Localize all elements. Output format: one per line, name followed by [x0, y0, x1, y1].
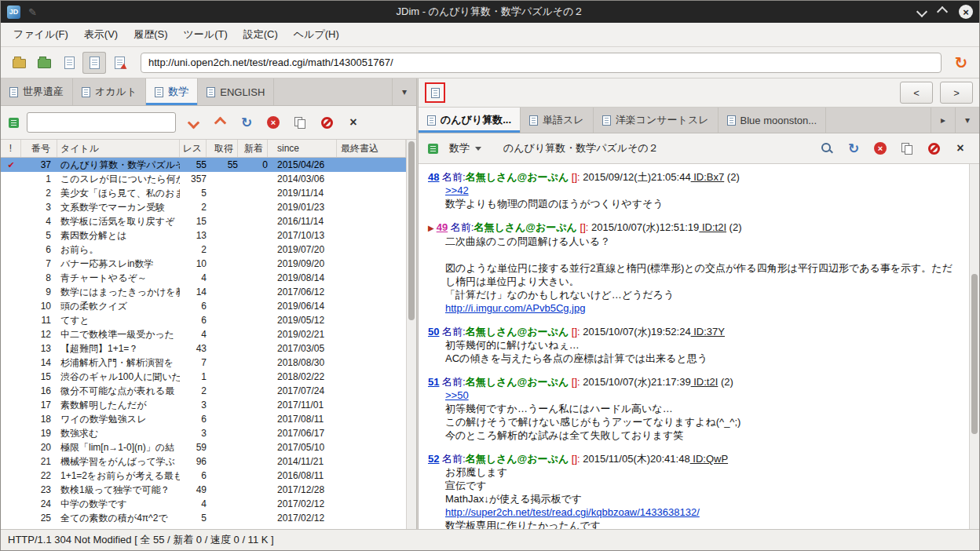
board-tab-world-heritage[interactable]: 世界遺産 — [1, 78, 73, 105]
tab-forward-button[interactable]: > — [940, 82, 973, 104]
menu-help[interactable]: ヘルプ(H) — [286, 23, 347, 46]
close-window-button[interactable] — [959, 5, 973, 19]
menu-history[interactable]: 履歴(S) — [126, 23, 175, 46]
post-name-link[interactable]: 名無しさん@おーぷん — [466, 326, 569, 338]
post-id-link[interactable]: ID:t2I — [699, 221, 726, 233]
post-number-link[interactable]: 51 — [428, 376, 439, 388]
post-id-link[interactable]: ID:QwP — [690, 453, 728, 465]
thread-row[interactable]: 17素数解明したんだが32017/11/01 — [1, 398, 406, 412]
thread-row[interactable]: 24中学の数学です42017/02/12 — [1, 497, 406, 511]
scrollbar-thumb[interactable] — [971, 274, 978, 435]
post-name-link[interactable]: 名無しさん@おーぷん — [474, 221, 577, 233]
thread-list-button[interactable] — [57, 52, 81, 74]
thread-row[interactable]: 1このスレが目についたら何か3572014/03/06 — [1, 172, 406, 186]
thread-tab-dropdown-button[interactable] — [955, 108, 979, 133]
post-id-link[interactable]: ID:t2I — [691, 376, 719, 388]
board-list-button[interactable] — [7, 52, 31, 74]
post-name-link[interactable]: 名無しさん@おーぷん — [466, 171, 569, 183]
thread-row[interactable]: 14杉浦解析入門・解析演習を72018/08/30 — [1, 356, 406, 370]
thread-row[interactable]: 2美少女「ほら見て、私のおま52019/11/14 — [1, 186, 406, 200]
menu-settings[interactable]: 設定(C) — [236, 23, 286, 46]
column-header-mark[interactable]: ! — [1, 140, 21, 157]
column-header-title[interactable]: タイトル — [57, 140, 180, 157]
anchor-link[interactable]: >>42 — [445, 184, 469, 196]
post-number-link[interactable]: 49 — [437, 221, 448, 233]
column-header-got[interactable]: 取得 — [207, 140, 238, 157]
minimize-button[interactable] — [918, 5, 926, 19]
board-tab-dropdown-button[interactable] — [392, 78, 416, 105]
thread-tab-nonbiri-sansu[interactable]: のんびり算数... — [419, 108, 521, 133]
board-search-input[interactable] — [27, 112, 176, 133]
thread-row[interactable]: 12中二で数検準一級受かった42019/02/21 — [1, 327, 406, 341]
anchor-link[interactable]: >>50 — [445, 389, 469, 401]
reload-button[interactable] — [949, 52, 973, 74]
thread-row[interactable]: 9数学にはまったきっかけを教142017/06/12 — [1, 285, 406, 299]
thread-row[interactable]: 19数強求む32017/06/17 — [1, 426, 406, 440]
post-id-link[interactable]: ID:Bx7 — [691, 171, 725, 183]
anchor-link[interactable]: http://i.imgur.com/APvb5Cg.jpg — [445, 302, 585, 314]
close-tab-button-right[interactable] — [951, 139, 970, 158]
thread-row[interactable]: 37のんびり算数・数学パズルその２555502015/04/26 — [1, 158, 406, 172]
image-view-button[interactable] — [108, 52, 131, 74]
thread-list-scrollbar[interactable] — [406, 140, 416, 529]
thread-row[interactable]: 16微分不可能な点が表れる最22017/07/24 — [1, 384, 406, 398]
close-tab-button-left[interactable] — [344, 113, 363, 132]
thread-row[interactable]: 6お前ら。22019/07/20 — [1, 243, 406, 257]
thread-row[interactable]: 25全ての素数の積が4π^2で52017/02/12 — [1, 511, 406, 525]
thread-tab-yogaku-concert[interactable]: 洋楽コンサートスレ — [594, 108, 719, 133]
thread-row[interactable]: 5素因数分解とは132017/10/13 — [1, 228, 406, 243]
thread-row[interactable]: 23数検1級って独学で可能？492017/12/28 — [1, 483, 406, 497]
column-header-num[interactable]: 番号 — [21, 140, 57, 157]
menu-view[interactable]: 表示(V) — [76, 23, 126, 46]
post-name-link[interactable]: 名無しさん@おーぷん — [466, 453, 569, 465]
board-tab-occult[interactable]: オカルト — [73, 78, 146, 105]
board-tab-math[interactable]: 数学 — [146, 78, 198, 105]
menu-file[interactable]: ファイル(F) — [5, 23, 76, 46]
search-up-button[interactable] — [210, 113, 229, 132]
copy-button-left[interactable] — [291, 113, 309, 132]
stop-button-left[interactable] — [264, 113, 283, 132]
search-down-button[interactable] — [184, 113, 203, 132]
thread-row[interactable]: 8青チャートやるぞ～42019/08/14 — [1, 271, 406, 285]
thread-tab-scroll-button[interactable] — [931, 108, 955, 133]
column-header-res[interactable]: レス — [180, 140, 207, 157]
thread-row[interactable]: 7バナー応募スレin数学102019/09/20 — [1, 257, 406, 271]
column-header-last[interactable]: 最終書込 — [337, 140, 406, 157]
post-name-link[interactable]: 名無しさん@おーぷん — [466, 376, 569, 388]
thread-view-button[interactable] — [82, 52, 106, 74]
refresh-button-left[interactable] — [237, 113, 256, 132]
copy-button-right[interactable] — [898, 139, 916, 158]
maximize-button[interactable] — [938, 5, 946, 19]
scrollbar-thumb[interactable] — [408, 141, 415, 320]
abone-button-left[interactable] — [317, 113, 336, 132]
thread-row[interactable]: 18ワイの数学勉強スレ62017/08/11 — [1, 412, 406, 426]
thread-row[interactable]: 3文系数学でマーカン受験22019/01/23 — [1, 200, 406, 214]
url-input[interactable] — [141, 53, 942, 73]
refresh-button-right[interactable] — [844, 139, 863, 158]
thread-row[interactable]: 20極限「lim[n→1-0](n)」の結592017/05/10 — [1, 440, 406, 454]
thread-view-scrollbar[interactable] — [969, 164, 979, 529]
thread-row[interactable]: 10頭の柔軟クイズ62019/06/14 — [1, 299, 406, 313]
thread-row[interactable]: 21機械学習をがんばって学ぶ962014/11/21 — [1, 454, 406, 469]
column-header-new[interactable]: 新着 — [238, 140, 268, 157]
thread-row[interactable]: 13【超難問】1+1=？432017/03/05 — [1, 341, 406, 356]
favorites-button[interactable] — [32, 52, 56, 74]
post-number-link[interactable]: 52 — [428, 453, 439, 465]
stop-button-right[interactable] — [871, 139, 890, 158]
thread-row[interactable]: 11てすと62019/05/12 — [1, 313, 406, 327]
tab-back-button[interactable]: < — [900, 82, 933, 104]
post-number-link[interactable]: 48 — [428, 171, 439, 183]
thread-tab-tango-thread[interactable]: 単語スレ — [521, 108, 594, 133]
search-in-thread-button[interactable] — [817, 139, 836, 158]
board-select[interactable]: 数学 — [446, 139, 485, 158]
focused-tab-indicator[interactable] — [425, 82, 445, 103]
menu-tools[interactable]: ツール(T) — [176, 23, 236, 46]
post-number-link[interactable]: 50 — [428, 326, 439, 338]
post-id-link[interactable]: ID:37Y — [691, 326, 725, 338]
board-tab-english[interactable]: ENGLISH — [198, 78, 274, 105]
thread-tab-blue-moonstone[interactable]: Blue moonston... — [719, 108, 827, 133]
thread-row[interactable]: 15渋谷のギャル100人に聞いた12018/02/22 — [1, 370, 406, 384]
column-header-since[interactable]: since — [268, 140, 337, 157]
anchor-link[interactable]: http://super2ch.net/test/read.cgi/kqbbzo… — [445, 506, 700, 518]
abone-button-right[interactable] — [924, 139, 943, 158]
